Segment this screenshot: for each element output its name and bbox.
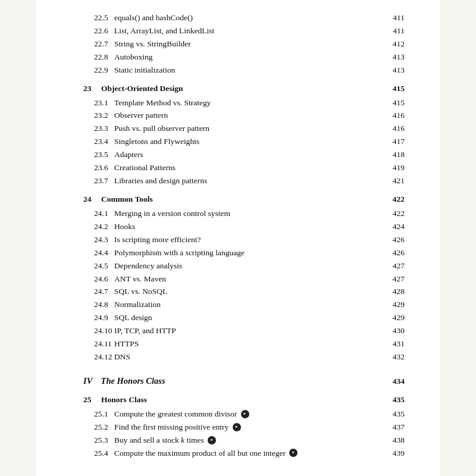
table-row: 24.12 DNS 432 [83,351,405,364]
section-title: Merging in a version control system [114,208,387,220]
table-row: 24.1 Merging in a version control system… [83,208,405,220]
section-number: 24.1 [83,208,114,220]
chapter-25-section: 25 Honors Class 435 25.1 Compute the gre… [83,394,405,460]
chapter-title: Object-Oriented Design [101,83,387,95]
section-title: Buy and sell a stock k times [114,434,387,447]
table-row: 25.3 Buy and sell a stock k times 438 [83,434,405,447]
chapter-header: 23 Object-Oriented Design 415 [83,83,405,95]
section-number: 22.5 [83,12,114,24]
chapter-page: 415 [387,83,405,95]
part-header: IV The Honors Class 434 [83,374,405,388]
table-row: 25.4 Compute the maximum product of all … [83,447,405,460]
section-number: 25.2 [83,421,114,434]
table-row: 24.5 Dependency analysis 427 [83,260,405,273]
section-number: 24.7 [83,286,114,298]
section-title: Is scripting more efficient? [114,234,387,246]
section-title: Template Method vs. Strategy [114,97,387,109]
section-number: 24.4 [83,247,114,259]
table-row: 23.2 Observer pattern 416 [83,109,405,122]
section-number: 24.12 [83,351,114,364]
section-number: 22.8 [83,51,114,64]
section-number: 23.1 [83,97,114,109]
section-number: 24.11 [83,338,114,350]
section-title: Normalization [114,299,387,311]
section-number: 24.10 [83,325,114,337]
table-row: 22.5 equals() and hashCode() 411 [83,12,405,24]
part-page: 434 [393,375,405,388]
section-number: 24.6 [83,273,114,286]
table-row: 24.9 SQL design 429 [83,312,405,324]
section-title: List, ArrayList, and LinkedList [114,25,387,37]
section-number: 23.7 [83,175,114,187]
section-number: 25.3 [83,434,114,447]
table-row: 24.8 Normalization 429 [83,299,405,311]
chapter-header: 25 Honors Class 435 [83,394,405,406]
section-number: 24.8 [83,299,114,311]
section-number: 24.5 [83,260,114,273]
section-title: Adapters [114,149,387,161]
table-row: 23.7 Libraries and design patterns 421 [83,175,405,187]
part-title: IV The Honors Class [83,374,165,387]
section-number: 23.2 [83,109,114,122]
chapter-title: Honors Class [101,394,387,406]
section-title: IP, TCP, and HTTP [114,325,387,337]
table-row: 22.6 List, ArrayList, and LinkedList 411 [83,25,405,37]
section-title: SQL design [114,312,387,324]
table-row: 24.7 SQL vs. NoSQL 428 [83,286,405,298]
section-title: Dependency analysis [114,260,387,273]
chapter-number: 25 [83,394,101,406]
chapter-22-section: 22.5 equals() and hashCode() 411 22.6 Li… [83,12,405,77]
table-row: 24.3 Is scripting more efficient? 426 [83,234,405,246]
video-icon [289,449,298,457]
table-row: 25.1 Compute the greatest common divisor… [83,408,405,421]
section-title: Autoboxing [114,51,387,64]
section-title: SQL vs. NoSQL [114,286,387,298]
section-number: 24.3 [83,234,114,246]
section-number: 23.5 [83,149,114,161]
chapter-title: Common Tools [101,193,387,206]
section-title: Compute the maximum product of all but o… [114,447,387,460]
table-row: 24.6 ANT vs. Maven 427 [83,273,405,286]
section-title: HTTPS [114,338,387,350]
section-number: 24.2 [83,221,114,233]
section-number: 22.6 [83,25,114,37]
section-title: Singletons and Flyweights [114,136,387,148]
chapter-page: 435 [387,394,405,406]
video-icon [241,410,249,418]
section-number: 22.9 [83,64,114,77]
table-row: 25.2 Find the first missing positive ent… [83,421,405,434]
section-title: Observer pattern [114,109,387,122]
video-icon [233,423,241,431]
page: 22.5 equals() and hashCode() 411 22.6 Li… [36,0,440,476]
section-number: 23.6 [83,162,114,174]
chapter-number: 23 [83,83,101,95]
section-title: String vs. StringBuilder [114,38,387,51]
table-row: 24.2 Hooks 424 [83,221,405,233]
section-number: 25.4 [83,447,114,460]
section-title: Hooks [114,221,387,233]
section-title: ANT vs. Maven [114,273,387,286]
table-row: 24.11 HTTPS 431 [83,338,405,350]
section-number: 25.1 [83,408,114,421]
section-number: 24.9 [83,312,114,324]
table-row: 24.10 IP, TCP, and HTTP 430 [83,325,405,337]
section-number: 22.7 [83,38,114,51]
table-row: 24.4 Polymorphism with a scripting langu… [83,247,405,259]
section-number: 23.4 [83,136,114,148]
section-title: Libraries and design patterns [114,175,387,187]
section-title: Creational Patterns [114,162,387,174]
section-title: equals() and hashCode() [114,12,387,24]
chapter-header: 24 Common Tools 422 [83,193,405,206]
chapter-number: 24 [83,193,101,206]
table-row: 22.8 Autoboxing 413 [83,51,405,64]
table-row: 23.5 Adapters 418 [83,149,405,161]
table-row: 23.3 Push vs. pull observer pattern 416 [83,123,405,135]
table-row: 22.9 Static initialization 413 [83,64,405,77]
table-row: 23.4 Singletons and Flyweights 417 [83,136,405,148]
table-row: 23.1 Template Method vs. Strategy 415 [83,97,405,109]
section-number: 23.3 [83,123,114,135]
video-icon [208,436,216,444]
section-title: Static initialization [114,64,387,77]
table-row: 22.7 String vs. StringBuilder 412 [83,38,405,51]
chapter-24-section: 24 Common Tools 422 24.1 Merging in a ve… [83,193,405,364]
